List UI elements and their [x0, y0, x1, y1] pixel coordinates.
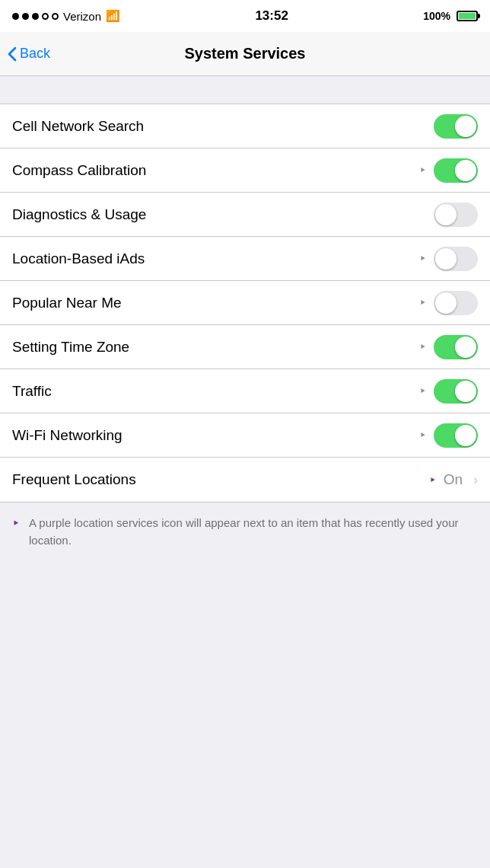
setting-time-zone-toggle[interactable] — [434, 335, 478, 359]
cell-network-search-toggle[interactable] — [434, 114, 478, 139]
popular-near-me-toggle[interactable] — [434, 291, 478, 315]
dot4 — [42, 13, 49, 20]
cell-network-search-label: Cell Network Search — [12, 118, 434, 135]
setting-time-zone-right: ‣ — [419, 335, 478, 359]
popular-near-me-right: ‣ — [419, 291, 478, 315]
traffic-label: Traffic — [12, 383, 419, 400]
toggle-knob — [435, 292, 457, 314]
frequent-locations-right: ‣ On › — [429, 471, 478, 488]
dot1 — [12, 13, 19, 20]
footer-note: ‣ A purple location services icon will a… — [0, 503, 490, 564]
row-frequent-locations[interactable]: Frequent Locations ‣ On › — [0, 458, 490, 502]
diagnostics-usage-label: Diagnostics & Usage — [12, 206, 434, 223]
battery-fill — [459, 13, 476, 19]
location-arrow-icon: ‣ — [419, 251, 426, 266]
status-right: 100% — [423, 10, 478, 22]
disclosure-chevron-icon: › — [473, 472, 478, 488]
location-arrow-icon: ‣ — [419, 295, 426, 310]
dot3 — [32, 13, 39, 20]
dot2 — [22, 13, 29, 20]
wifi-icon: 📶 — [106, 9, 120, 23]
location-arrow-icon: ‣ — [419, 384, 426, 398]
setting-time-zone-label: Setting Time Zone — [12, 339, 419, 356]
battery-icon — [457, 11, 478, 21]
toggle-knob — [455, 381, 476, 402]
nav-bar: Back System Services — [0, 32, 490, 76]
row-traffic: Traffic ‣ — [0, 369, 490, 413]
frequent-locations-label: Frequent Locations — [12, 471, 429, 488]
wifi-networking-label: Wi-Fi Networking — [12, 427, 419, 444]
diagnostics-usage-right — [434, 203, 478, 227]
traffic-toggle[interactable] — [434, 379, 478, 404]
status-left: Verizon 📶 — [12, 9, 120, 23]
compass-calibration-label: Compass Calibration — [12, 162, 419, 179]
settings-list: Cell Network Search Compass Calibration … — [0, 104, 490, 503]
row-cell-network-search: Cell Network Search — [0, 104, 490, 148]
wifi-networking-right: ‣ — [419, 423, 478, 448]
row-location-based-iads: Location-Based iAds ‣ — [0, 237, 490, 281]
back-chevron-icon — [8, 46, 17, 62]
battery-percent: 100% — [423, 10, 450, 22]
location-arrow-icon: ‣ — [419, 340, 426, 354]
row-setting-time-zone: Setting Time Zone ‣ — [0, 325, 490, 369]
compass-calibration-right: ‣ — [419, 158, 478, 183]
wifi-networking-toggle[interactable] — [434, 423, 478, 448]
carrier-label: Verizon — [63, 10, 101, 23]
toggle-knob — [455, 116, 476, 137]
toggle-knob — [435, 204, 457, 225]
row-wifi-networking: Wi-Fi Networking ‣ — [0, 413, 490, 458]
location-arrow-icon: ‣ — [419, 428, 426, 442]
footer-location-icon: ‣ — [12, 515, 20, 531]
diagnostics-usage-toggle[interactable] — [434, 203, 478, 227]
toggle-knob — [455, 425, 476, 446]
location-based-iads-toggle[interactable] — [434, 247, 478, 271]
location-based-iads-right: ‣ — [419, 247, 478, 271]
toggle-knob — [455, 160, 476, 181]
page-title: System Services — [184, 45, 305, 62]
location-based-iads-label: Location-Based iAds — [12, 251, 419, 267]
row-diagnostics-usage: Diagnostics & Usage — [0, 193, 490, 237]
top-spacer — [0, 76, 490, 104]
back-label: Back — [20, 46, 50, 62]
row-compass-calibration: Compass Calibration ‣ — [0, 148, 490, 193]
location-arrow-purple-icon: ‣ — [429, 473, 436, 487]
popular-near-me-label: Popular Near Me — [12, 295, 419, 311]
toggle-knob — [455, 337, 476, 358]
traffic-right: ‣ — [419, 379, 478, 404]
footer-text: A purple location services icon will app… — [29, 515, 478, 549]
frequent-locations-value: On — [444, 471, 463, 488]
status-bar: Verizon 📶 13:52 100% — [0, 0, 490, 32]
location-arrow-icon: ‣ — [419, 163, 426, 177]
compass-calibration-toggle[interactable] — [434, 158, 478, 183]
signal-dots — [12, 13, 59, 20]
dot5 — [52, 13, 59, 20]
status-time: 13:52 — [255, 8, 288, 24]
cell-network-search-right — [434, 114, 478, 139]
toggle-knob — [435, 248, 457, 270]
row-popular-near-me: Popular Near Me ‣ — [0, 281, 490, 325]
back-button[interactable]: Back — [8, 46, 50, 62]
